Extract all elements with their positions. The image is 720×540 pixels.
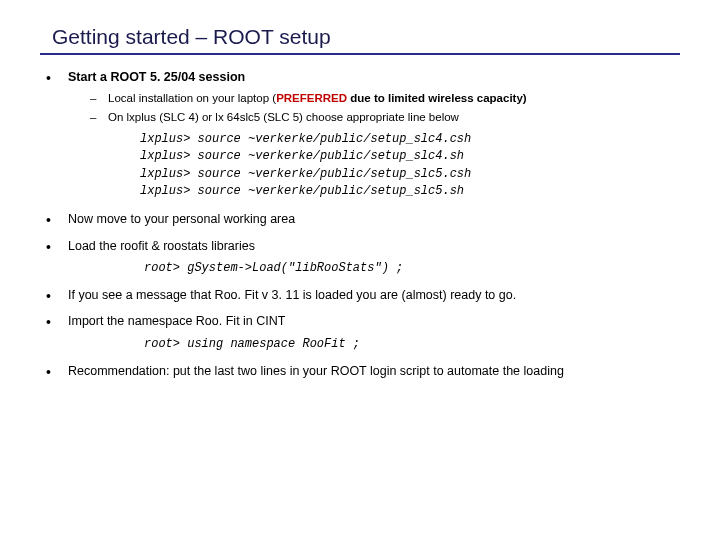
list-item: Now move to your personal working area: [40, 211, 680, 228]
sub-text-b: due to limited wireless capacity): [347, 92, 527, 104]
item-text: Recommendation: put the last two lines i…: [68, 364, 564, 378]
item-text: Load the roofit & roostats libraries: [68, 239, 255, 253]
sub-text-a: Local installation on your laptop (: [108, 92, 276, 104]
sub-text: On lxplus (SLC 4) or lx 64slc5 (SLC 5) c…: [108, 111, 459, 123]
preferred-label: PREFERRED: [276, 92, 347, 104]
page-title: Getting started – ROOT setup: [52, 25, 680, 49]
item-text: Start a ROOT 5. 25/04 session: [68, 70, 245, 84]
code-line-namespace: root> using namespace RooFit ;: [144, 336, 680, 352]
list-item: If you see a message that Roo. Fit v 3. …: [40, 287, 680, 304]
list-item: Start a ROOT 5. 25/04 session Local inst…: [40, 69, 680, 201]
bullet-list: Start a ROOT 5. 25/04 session Local inst…: [40, 69, 680, 379]
title-underline: [40, 53, 680, 55]
sub-item: Local installation on your laptop (PREFE…: [86, 90, 680, 106]
item-text: Import the namespace Roo. Fit in CINT: [68, 314, 285, 328]
sub-item: On lxplus (SLC 4) or lx 64slc5 (SLC 5) c…: [86, 109, 680, 125]
item-text: Now move to your personal working area: [68, 212, 295, 226]
list-item: Load the roofit & roostats libraries roo…: [40, 238, 680, 277]
code-block-setup: lxplus> source ~verkerke/public/setup_sl…: [140, 131, 680, 201]
sub-list: Local installation on your laptop (PREFE…: [68, 90, 680, 125]
item-text: If you see a message that Roo. Fit v 3. …: [68, 288, 516, 302]
list-item: Import the namespace Roo. Fit in CINT ro…: [40, 313, 680, 352]
list-item: Recommendation: put the last two lines i…: [40, 363, 680, 380]
code-line-load: root> gSystem->Load("libRooStats") ;: [144, 260, 680, 276]
